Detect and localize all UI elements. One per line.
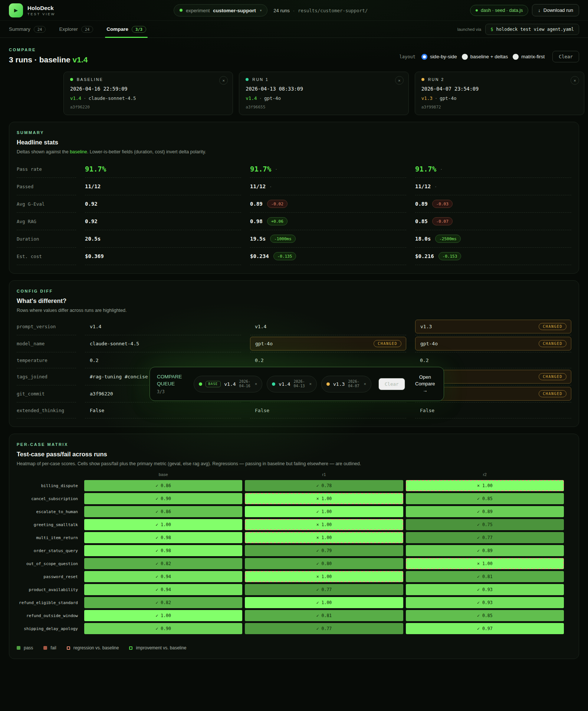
shell-prompt: $ xyxy=(490,27,493,32)
heatmap-grid: baser1r2billing_dispute✓ 0.86✓ 0.78× 1.0… xyxy=(17,472,564,634)
download-icon: ↓ xyxy=(538,7,541,13)
remove-icon[interactable]: × xyxy=(255,382,257,386)
matrix-cell[interactable]: ✓ 0.80 xyxy=(245,558,403,569)
changed-badge: CHANGED xyxy=(539,390,566,397)
matrix-cell[interactable]: × 1.00 xyxy=(406,480,564,491)
matrix-cell[interactable]: ✓ 0.86 xyxy=(84,480,242,491)
matrix-cell[interactable]: ✓ 0.89 xyxy=(406,506,564,517)
matrix-cell[interactable]: ✓ 1.00 xyxy=(84,519,242,530)
remove-icon[interactable]: × xyxy=(309,382,312,386)
delta-badge: -0.07 xyxy=(432,217,453,225)
config-value: 0.2 xyxy=(250,358,263,363)
matrix-cell[interactable]: ✓ 1.00 xyxy=(245,597,403,608)
matrix-cell[interactable]: ✓ 0.77 xyxy=(245,623,403,634)
config-changed-cell: gpt-4oCHANGED xyxy=(415,337,571,350)
radio-icon xyxy=(462,54,468,60)
config-value: 0.2 xyxy=(415,358,428,363)
matrix-cell[interactable]: × 1.00 xyxy=(245,493,403,504)
stat-value-cell: 11/12· xyxy=(415,178,571,195)
stat-value: 91.7% xyxy=(415,165,436,173)
tab-summary[interactable]: Summary24 xyxy=(9,21,46,37)
matrix-cell[interactable]: ✓ 0.97 xyxy=(406,623,564,634)
matrix-cell[interactable]: × 1.00 xyxy=(406,558,564,569)
layout-option-baseline-deltas[interactable]: baseline + deltas xyxy=(462,54,508,60)
config-value: v1.3 xyxy=(420,324,432,329)
queue-run-pill[interactable]: v1.32026-04-07× xyxy=(321,376,371,392)
matrix-cell[interactable]: ✓ 0.77 xyxy=(245,584,403,595)
matrix-cell[interactable]: × 1.00 xyxy=(245,571,403,582)
experiment-selector[interactable]: experiment customer-support ▾ xyxy=(174,4,267,16)
matrix-column-header: r1 xyxy=(245,472,403,478)
matrix-cell[interactable]: ✓ 0.94 xyxy=(84,571,242,582)
matrix-cell[interactable]: ✓ 0.81 xyxy=(406,571,564,582)
matrix-cell[interactable]: ✓ 0.90 xyxy=(84,493,242,504)
config-key: git_commit xyxy=(17,391,45,397)
matrix-cell[interactable]: ✓ 1.00 xyxy=(245,506,403,517)
config-value-cell: False xyxy=(250,402,406,418)
matrix-cell[interactable]: ✓ 0.75 xyxy=(406,519,564,530)
queue-clear-button[interactable]: Clear xyxy=(378,378,405,390)
stat-value: 0.98 xyxy=(250,218,263,224)
clear-button[interactable]: Clear xyxy=(552,51,579,62)
stat-label-cell: Avg G-Eval xyxy=(17,195,76,213)
experiment-bar: experiment customer-support ▾ 24 runs · … xyxy=(174,4,368,16)
layout-option-side-by-side[interactable]: side-by-side xyxy=(421,54,457,60)
close-icon[interactable]: × xyxy=(571,76,579,85)
matrix-cell[interactable]: ✓ 0.98 xyxy=(84,532,242,543)
matrix-cell[interactable]: ✓ 0.79 xyxy=(245,545,403,556)
tab-compare[interactable]: Compare3/3 xyxy=(106,21,146,37)
stat-value-cell: 18.0s-2500ms xyxy=(415,230,571,248)
page-title: 3 runs · baseline v1.4 xyxy=(9,55,88,64)
summary-desc-post: . Lower-is-better fields (duration, cost… xyxy=(87,149,206,154)
open-compare-button[interactable]: OpenCompare → xyxy=(414,374,437,394)
layout-option-matrix-first[interactable]: matrix-first xyxy=(513,54,545,60)
summary-panel: SUMMARY Headline stats Deltas shown agai… xyxy=(9,122,579,274)
matrix-cell[interactable]: ✓ 0.85 xyxy=(406,493,564,504)
legend-fail-label: fail xyxy=(50,645,56,650)
queue-run-pill[interactable]: v1.42026-04-13× xyxy=(267,376,317,392)
matrix-cell[interactable]: ✓ 0.94 xyxy=(84,584,242,595)
zero-delta-dot: · xyxy=(440,166,442,172)
stat-value: $0.369 xyxy=(85,253,104,259)
artifacts-pill[interactable]: dash · seed · data.js xyxy=(470,5,528,16)
tab-explorer[interactable]: Explorer24 xyxy=(59,21,93,37)
remove-icon[interactable]: × xyxy=(364,382,366,386)
matrix-cell[interactable]: ✓ 0.81 xyxy=(245,610,403,621)
matrix-cell[interactable]: ✓ 0.86 xyxy=(84,506,242,517)
delta-badge: -0.153 xyxy=(438,252,461,260)
zero-delta-dot: · xyxy=(275,166,277,172)
separator-dot: · xyxy=(259,95,262,101)
experiment-status-dot xyxy=(180,9,183,12)
matrix-cell[interactable]: ✓ 0.82 xyxy=(84,597,242,608)
app-logo: ▶ xyxy=(9,3,23,17)
matrix-cell[interactable]: ✓ 0.98 xyxy=(84,545,242,556)
matrix-cell[interactable]: × 1.00 xyxy=(245,532,403,543)
matrix-cell[interactable]: ✓ 0.93 xyxy=(406,597,564,608)
run-role-label: BASELINE xyxy=(77,77,103,82)
config-key: tags_joined xyxy=(17,374,47,379)
launched-via: launched via $holodeck test view agent.y… xyxy=(457,24,579,35)
matrix-cell[interactable]: ✓ 0.78 xyxy=(245,480,403,491)
delta-badge: -0.135 xyxy=(273,252,296,260)
matrix-cell[interactable]: × 1.00 xyxy=(245,519,403,530)
matrix-cell[interactable]: ✓ 0.82 xyxy=(84,558,242,569)
matrix-cell[interactable]: ✓ 0.77 xyxy=(406,532,564,543)
run-hash: a3f96220 xyxy=(70,105,226,110)
summary-title: Headline stats xyxy=(17,139,571,146)
matrix-cell[interactable]: ✓ 0.89 xyxy=(406,545,564,556)
queue-run-pill[interactable]: BASEv1.42026-04-16× xyxy=(194,376,263,392)
stat-label-cell: Est. cost xyxy=(17,248,76,265)
config-value: claude-sonnet-4.5 xyxy=(85,341,139,346)
tab-badge: 24 xyxy=(34,26,46,33)
close-icon[interactable]: × xyxy=(219,76,228,85)
download-run-button[interactable]: ↓ Download run xyxy=(532,4,579,16)
close-icon[interactable]: × xyxy=(395,76,404,85)
stat-value-cell: 19.5s-1000ms xyxy=(250,230,406,248)
matrix-cell[interactable]: ✓ 0.93 xyxy=(406,584,564,595)
matrix-cell[interactable]: ✓ 0.90 xyxy=(84,623,242,634)
headline-stats-table: Pass rate91.7%91.7%·91.7%·Passed11/1211/… xyxy=(17,160,571,265)
matrix-cell[interactable]: ✓ 1.00 xyxy=(84,610,242,621)
config-diff-panel: CONFIG DIFF What's different? Rows where… xyxy=(9,280,579,427)
config-value: False xyxy=(415,408,434,413)
matrix-cell[interactable]: ✓ 0.85 xyxy=(406,610,564,621)
